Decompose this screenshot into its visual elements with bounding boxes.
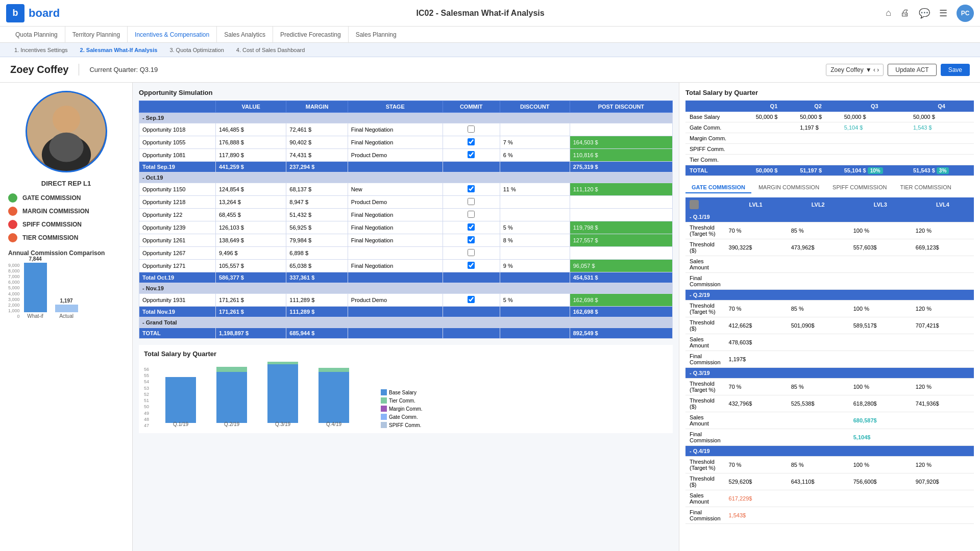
table-row: SPIFF Comm.	[685, 144, 974, 155]
svg-point-1	[53, 106, 80, 133]
table-row: Opportunity 1239 126,103 $ 56,925 $ Fina…	[139, 221, 673, 234]
margin-commission-dot	[8, 207, 17, 216]
person-bar: Zoey Coffey Current Quarter: Q3.19 Zoey …	[0, 57, 980, 83]
table-row: Final Commission 1,543$	[685, 507, 974, 524]
table-row: Sales Amount 617,229$	[685, 490, 974, 507]
actual-value: 1,197	[60, 298, 73, 304]
table-row: Final Commission 5,104$	[685, 429, 974, 446]
opportunity-table: VALUE MARGIN STAGE COMMIT DISCOUNT POST …	[139, 101, 673, 339]
top-bar: b board IC02 - Salesman What-if Analysis…	[0, 0, 980, 27]
opp-sim-title: Opportunity Simulation	[139, 89, 673, 96]
salary-quarter-bottom: Total Salary by Quarter 5655545352515049…	[139, 345, 673, 433]
gate-commission-item: GATE COMMISSION	[8, 193, 124, 203]
salary-y-axis: 56555453525150494847	[144, 367, 149, 428]
svg-rect-4	[165, 377, 196, 423]
q3-percent-badge: 10%	[868, 167, 883, 174]
table-row: Sales Amount	[685, 256, 974, 273]
margin-commission-item: MARGIN COMMISSION	[8, 207, 124, 216]
whatif-bar	[24, 263, 47, 312]
nav-predictive[interactable]: Predictive Forecasting	[273, 27, 349, 43]
q4-percent-badge: 3%	[937, 167, 949, 174]
lock-icon	[690, 200, 699, 209]
table-row: Gate Comm. 1,197 $ 5,104 $ 1,543 $	[685, 122, 974, 133]
table-row: Final Commission 1,197$	[685, 351, 974, 368]
gate-commission-label: GATE COMMISSION	[22, 194, 81, 202]
tier-commission-dot	[8, 233, 17, 242]
tab-gate-commission[interactable]: GATE COMMISSION	[685, 182, 751, 193]
sub-nav-quota-opt[interactable]: 3. Quota Optimization	[163, 43, 230, 57]
table-row: Threshold ($) 390,322$473,962$557,603$66…	[685, 239, 974, 256]
table-row: Opportunity 1055 176,888 $ 90,402 $ Fina…	[139, 136, 673, 149]
annual-commission-section: Annual Commission Comparison 9,0008,0007…	[8, 249, 124, 319]
nav-quota-planning[interactable]: Quota Planning	[8, 27, 65, 43]
table-row: Opportunity 1018 146,485 $ 72,461 $ Fina…	[139, 123, 673, 136]
tab-tier-commission[interactable]: TIER COMMISSION	[894, 182, 957, 193]
margin-commission-label: MARGIN COMMISSION	[22, 208, 89, 215]
svg-text:Q.1/19: Q.1/19	[173, 421, 188, 427]
person-selector: Zoey Coffey ▼ ‹ › Update ACT Save	[826, 64, 970, 76]
table-row: Opportunity 1261 138,649 $ 79,984 $ Fina…	[139, 234, 673, 247]
person-name: Zoey Coffey	[10, 64, 79, 76]
nav-territory-planning[interactable]: Territory Planning	[65, 27, 128, 43]
table-row: Opportunity 1931 171,261 $ 111,289 $ Pro…	[139, 294, 673, 307]
logo-icon: b	[6, 4, 24, 22]
total-oct19: Total Oct.19 586,377 $ 337,361 $ 454,531…	[139, 272, 673, 283]
table-row: Threshold (Target %) 70 %85 %100 %120 %	[685, 222, 974, 239]
chart-legend: Base Salary Tier Comm. Margin Comm. Gate…	[381, 389, 423, 428]
comment-icon[interactable]: 💬	[919, 8, 930, 19]
table-row: Tier Comm.	[685, 155, 974, 165]
nav-sales-analytics[interactable]: Sales Analytics	[217, 27, 273, 43]
tab-spiff-commission[interactable]: SPIFF COMMISSION	[826, 182, 893, 193]
save-button[interactable]: Save	[941, 64, 970, 76]
actual-label: Actual	[59, 313, 74, 319]
menu-icon[interactable]: ☰	[939, 8, 947, 19]
svg-rect-8	[267, 362, 298, 364]
whatif-value: 7,844	[29, 256, 42, 262]
svg-rect-5	[216, 372, 247, 423]
nav-incentives[interactable]: Incentives & Compensation	[128, 27, 217, 43]
opp-col-discount: DISCOUNT	[500, 101, 570, 113]
home-icon[interactable]: ⌂	[886, 8, 891, 18]
grand-total-row: TOTAL 1,198,897 $ 685,944 $ 892,549 $	[139, 328, 673, 339]
right-panel-title: Total Salary by Quarter	[685, 89, 974, 96]
table-row: Opportunity 1150 124,854 $ 68,137 $ New …	[139, 183, 673, 196]
table-row: Threshold (Target %) 70 %85 %100 %120 %	[685, 457, 974, 473]
table-row: Opportunity 1271 105,557 $ 65,038 $ Fina…	[139, 260, 673, 272]
svg-rect-10	[318, 368, 349, 372]
right-panel: Total Salary by Quarter Q1 Q2 Q3 Q4 Base…	[679, 83, 980, 551]
sub-nav-salesman[interactable]: 2. Salesman What-If Analysis	[74, 43, 164, 57]
opp-col-name	[139, 101, 216, 113]
salary-total-row: TOTAL 50,000 $ 51,197 $ 55,104 $ 10% 51,…	[685, 165, 974, 176]
update-act-button[interactable]: Update ACT	[888, 64, 936, 76]
avatar[interactable]: PC	[957, 5, 974, 22]
gate-commission-table: LVL1 LVL2 LVL3 LVL4 - Q.1/19 Threshold (…	[685, 197, 974, 524]
table-row: Threshold (Target %) 70 %85 %100 %120 %	[685, 379, 974, 395]
bar-chart: 7,844 What-if 1,197 Actual	[24, 263, 78, 319]
print-icon[interactable]: 🖨	[900, 8, 910, 18]
spiff-commission-dot	[8, 220, 17, 229]
nav-sales-planning[interactable]: Sales Planning	[349, 27, 404, 43]
sub-nav-incentives-settings[interactable]: 1. Incentives Settings	[8, 43, 74, 57]
salary-bar-chart: Q.1/19 Q.2/19 Q.3/19 Q.4/19	[155, 362, 375, 428]
svg-rect-6	[216, 367, 247, 372]
svg-text:Q.4/19: Q.4/19	[326, 421, 341, 427]
quarter-q1-header: - Q.1/19	[685, 212, 974, 222]
nav-bar: Quota Planning Territory Planning Incent…	[0, 27, 980, 43]
tab-margin-commission[interactable]: MARGIN COMMISSION	[752, 182, 825, 193]
commission-list: GATE COMMISSION MARGIN COMMISSION SPIFF …	[8, 193, 124, 242]
salary-quarter-title: Total Salary by Quarter	[144, 350, 668, 358]
sub-nav-cost-sales[interactable]: 4. Cost of Sales Dashboard	[230, 43, 311, 57]
whatif-bar-group: 7,844 What-if	[24, 256, 47, 319]
salary-chart-container: 56555453525150494847 Q.1/19	[144, 362, 668, 428]
sub-nav: 1. Incentives Settings 2. Salesman What-…	[0, 43, 980, 57]
table-row: Base Salary 50,000 $ 50,000 $ 50,000 $ 5…	[685, 112, 974, 122]
spiff-commission-label: SPIFF COMMISSION	[22, 221, 82, 228]
avatar-image	[26, 91, 107, 172]
person-dropdown[interactable]: Zoey Coffey ▼ ‹ ›	[826, 64, 884, 76]
table-row: Opportunity 122 68,455 $ 51,432 $ Final …	[139, 209, 673, 221]
svg-point-3	[49, 133, 83, 162]
grand-total-label: - Grand Total	[139, 317, 673, 328]
group-sep19: - Sep.19	[139, 113, 673, 123]
y-axis: 9,0008,0007,0006,0005,0004,0003,0002,000…	[8, 263, 22, 319]
rep-level-label: DIRECT REP L1	[41, 180, 91, 187]
